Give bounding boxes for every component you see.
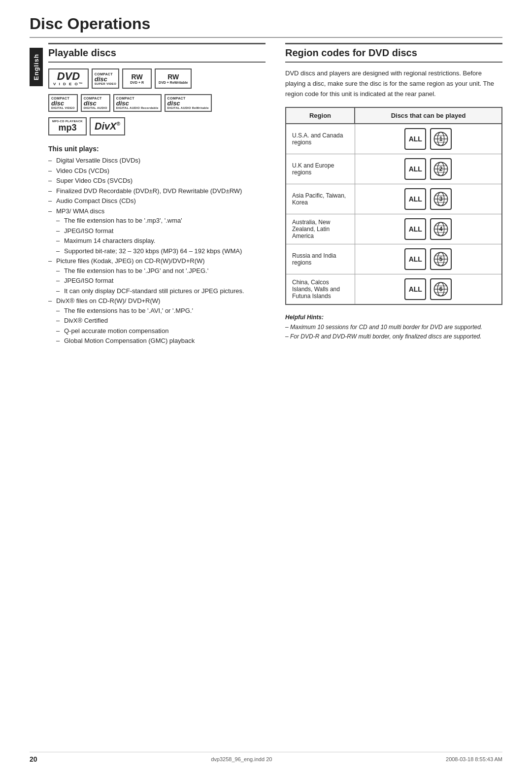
table-row: Asia Pacific, Taiwan, KoreaALL 3	[286, 184, 502, 214]
cd-digital-audio-logo: COMPACT disc DIGITAL AUDIO	[81, 94, 110, 112]
cd-super-video-logo: COMPACT disc SUPER VIDEO	[92, 68, 119, 89]
all-badge: ALL	[404, 128, 426, 150]
all-badge: ALL	[404, 278, 426, 300]
list-item: The file extension has to be '.mp3', '.w…	[56, 216, 266, 226]
list-item: JPEG/ISO format	[56, 226, 266, 236]
list-item: Q-pel accurate motion compensation	[56, 326, 266, 336]
list-item: The file extension has to be '.JPG' and …	[56, 266, 266, 276]
all-badge: ALL	[404, 218, 426, 240]
table-row: U.S.A. and Canada regionsALL 1	[286, 124, 502, 154]
list-item: Digital Versatile Discs (DVDs)	[48, 156, 266, 166]
disc-logos-area: DVD V I D E O™ COMPACT disc SUPER VIDEO …	[48, 68, 266, 138]
rw-dvdplusr-logo: RW DVD + R	[122, 68, 152, 89]
table-header-region: Region	[286, 107, 355, 124]
helpful-hints-section: Helpful Hints: – Maximum 10 sessions for…	[285, 313, 502, 341]
all-badge: ALL	[404, 248, 426, 270]
page-title-bar: Disc Operations	[0, 0, 532, 38]
table-row: China, Calcos Islands, Walls and Futuna …	[286, 274, 502, 305]
picture-sub-list: The file extension has to be '.JPG' and …	[56, 266, 266, 296]
region-disc-cell: ALL 2	[355, 154, 502, 184]
dvd-video-logo: DVD V I D E O™	[48, 68, 89, 89]
helpful-hints-title: Helpful Hints:	[285, 313, 502, 322]
footer-left: dvp3258_96_eng.indd 20	[211, 756, 272, 762]
list-item: Video CDs (VCDs)	[48, 166, 266, 176]
table-row: Australia, New Zealand, Latin AmericaALL…	[286, 214, 502, 244]
globe-number-icon: 1	[430, 128, 452, 150]
list-item: Picture files (Kodak, JPEG) on CD-R(W)/D…	[48, 256, 266, 296]
list-item: Audio Compact Discs (CDs)	[48, 196, 266, 206]
globe-number-icon: 2	[430, 158, 452, 180]
region-codes-header: Region codes for DVD discs	[285, 43, 502, 63]
region-name-cell: Russia and India regions	[286, 244, 355, 274]
cd-digital-video-logo: COMPACT disc DIGITAL VIDEO	[48, 94, 78, 112]
list-item: Maximum 14 characters display.	[56, 236, 266, 246]
cd-recordable-logo: COMPACT disc DIGITAL AUDIO Recordable	[113, 94, 162, 112]
list-item: Super Video CDs (SVCDs)	[48, 176, 266, 186]
svg-text:6: 6	[439, 286, 443, 293]
mp3-sub-list: The file extension has to be '.mp3', '.w…	[56, 216, 266, 256]
mp3-logo: MP3-CD PLAYBACK mp3	[48, 117, 87, 135]
svg-text:1: 1	[439, 136, 443, 143]
list-item: DivX® Certified	[56, 316, 266, 326]
divx-sub-list: The file extensions has to be '.AVI,' or…	[56, 306, 266, 346]
cd-rewritable-logo: COMPACT disc DIGITAL AUDIO ReWritable	[165, 94, 212, 112]
table-row: U.K and Europe regionsALL 2	[286, 154, 502, 184]
divx-logo: DivX®	[90, 117, 125, 135]
page-number: 20	[30, 755, 37, 763]
page-container: Disc Operations English Playable discs D…	[0, 0, 532, 772]
list-item: The file extensions has to be '.AVI,' or…	[56, 306, 266, 316]
all-badge: ALL	[404, 188, 426, 210]
region-name-cell: U.K and Europe regions	[286, 154, 355, 184]
region-name-cell: China, Calcos Islands, Walls and Futuna …	[286, 274, 355, 305]
table-row: Russia and India regionsALL 5	[286, 244, 502, 274]
globe-number-icon: 3	[430, 188, 452, 210]
list-item: MP3/ WMA discs The file extension has to…	[48, 206, 266, 256]
language-tab: English	[30, 48, 43, 86]
right-column: Region codes for DVD discs DVD discs and…	[280, 38, 502, 346]
region-disc-cell: ALL 6	[355, 274, 502, 305]
hint-item: – Maximum 10 sessions for CD and 10 mult…	[285, 323, 502, 332]
region-disc-cell: ALL 4	[355, 214, 502, 244]
list-item: Supported bit-rate; 32 – 320 kbps (MP3) …	[56, 246, 266, 256]
region-disc-cell: ALL 3	[355, 184, 502, 214]
disc-logo-row-1: DVD V I D E O™ COMPACT disc SUPER VIDEO …	[48, 68, 192, 89]
region-table: Region Discs that can be played U.S.A. a…	[285, 107, 502, 305]
region-name-cell: U.S.A. and Canada regions	[286, 124, 355, 154]
globe-number-icon: 6	[430, 278, 452, 300]
list-item: Global Motion Compensation (GMC) playbac…	[56, 336, 266, 346]
main-content: English Playable discs DVD V I D E O™ CO…	[0, 38, 532, 346]
region-intro-text: DVD discs and players are designed with …	[285, 68, 502, 99]
table-header-discs: Discs that can be played	[355, 107, 502, 124]
unit-plays-list: Digital Versatile Discs (DVDs) Video CDs…	[48, 156, 266, 346]
hints-list: – Maximum 10 sessions for CD and 10 mult…	[285, 323, 502, 341]
all-badge: ALL	[404, 158, 426, 180]
footer: 20 dvp3258_96_eng.indd 20 2008-03-18 8:5…	[30, 752, 502, 763]
playable-discs-header: Playable discs	[48, 43, 266, 63]
unit-plays-header: This unit plays:	[48, 145, 266, 153]
globe-number-icon: 4	[430, 218, 452, 240]
svg-text:4: 4	[439, 226, 443, 233]
svg-text:3: 3	[439, 196, 443, 203]
region-disc-cell: ALL 1	[355, 124, 502, 154]
list-item: DivX® files on CD-R(W)/ DVD+R(W) The fil…	[48, 296, 266, 346]
region-disc-cell: ALL 5	[355, 244, 502, 274]
sidebar-tab: English	[30, 48, 43, 346]
footer-right: 2008-03-18 8:55:43 AM	[446, 756, 502, 762]
globe-number-icon: 5	[430, 248, 452, 270]
hint-item: – For DVD-R and DVD-RW multi border, onl…	[285, 332, 502, 341]
list-item: JPEG/ISO format	[56, 276, 266, 286]
disc-logo-row-2: COMPACT disc DIGITAL VIDEO COMPACT disc …	[48, 94, 212, 112]
list-item: It can only display DCF-standard still p…	[56, 286, 266, 296]
list-item: Finalized DVD Recordable (DVD±R), DVD Re…	[48, 186, 266, 196]
region-name-cell: Asia Pacific, Taiwan, Korea	[286, 184, 355, 214]
svg-text:2: 2	[439, 166, 443, 173]
rw-dvdplusrw-logo: RW DVD + ReWritable	[155, 68, 192, 89]
disc-logo-row-3: MP3-CD PLAYBACK mp3 DivX®	[48, 117, 125, 135]
page-title: Disc Operations	[30, 15, 502, 38]
region-name-cell: Australia, New Zealand, Latin America	[286, 214, 355, 244]
left-column: Playable discs DVD V I D E O™ COMPACT di…	[48, 38, 280, 346]
svg-text:5: 5	[439, 256, 443, 263]
